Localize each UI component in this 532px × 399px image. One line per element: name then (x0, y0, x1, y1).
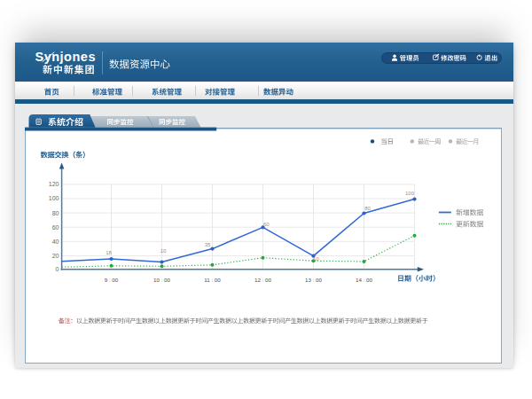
svg-text:35: 35 (205, 242, 211, 247)
svg-text:60: 60 (52, 224, 59, 231)
svg-text:80: 80 (52, 210, 59, 216)
svg-text:11 : 00: 11 : 00 (204, 277, 221, 283)
svg-text:18: 18 (106, 250, 112, 255)
svg-text:80: 80 (364, 206, 371, 211)
svg-text:10 : 00: 10 : 00 (153, 277, 170, 283)
svg-text:120: 120 (49, 181, 59, 187)
svg-text:12 : 00: 12 : 00 (254, 277, 271, 283)
svg-text:60: 60 (263, 222, 270, 227)
svg-text:10: 10 (313, 256, 319, 262)
svg-text:100: 100 (49, 195, 59, 201)
svg-text:10: 10 (160, 248, 167, 254)
svg-text:20: 20 (52, 253, 59, 259)
svg-text:13 : 00: 13 : 00 (305, 277, 322, 283)
svg-text:14 : 00: 14 : 00 (356, 277, 372, 283)
svg-text:9 : 00: 9 : 00 (105, 277, 119, 283)
svg-text:100: 100 (405, 191, 415, 196)
svg-text:Synjones: Synjones (35, 50, 96, 64)
svg-text:0: 0 (56, 266, 59, 272)
svg-text:40: 40 (52, 239, 59, 245)
